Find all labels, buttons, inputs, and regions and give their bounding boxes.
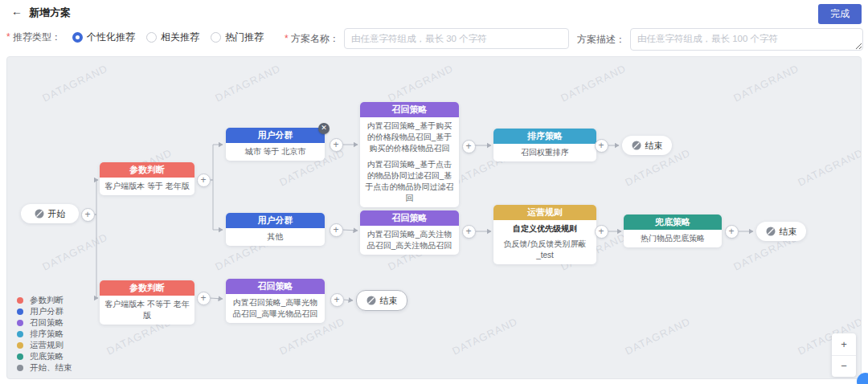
add-node-button[interactable]: + [595, 225, 608, 239]
node-param-judge-2[interactable]: 参数判断 客户端版本 不等于 老年版 [100, 280, 194, 325]
add-node-button[interactable]: + [725, 225, 739, 239]
add-node-button[interactable]: + [330, 223, 343, 237]
node-recall-strategy-3[interactable]: 召回策略 内置召回策略_高曝光物品召回_高曝光物品召回 [226, 279, 325, 323]
end-node-1[interactable]: 结束 [622, 136, 672, 155]
legend-label: 开始、结束 [30, 362, 72, 374]
node-title: 用户分群 [226, 128, 325, 143]
legend-item: 兜底策略 [17, 351, 72, 362]
end-node-label: 结束 [780, 226, 797, 238]
plan-name-input[interactable] [344, 28, 569, 49]
legend-label: 兜底策略 [30, 351, 63, 362]
node-title: 召回策略 [360, 210, 459, 226]
end-node-label: 结束 [380, 295, 398, 307]
plan-desc-label: 方案描述： [577, 33, 625, 47]
add-node-button[interactable]: + [330, 293, 344, 307]
radio-label: 个性化推荐 [87, 31, 135, 44]
node-title: 召回策略 [226, 279, 325, 294]
node-user-segment-2[interactable]: 用户分群 其他 [226, 213, 325, 246]
done-button[interactable]: 完成 [818, 4, 862, 24]
node-body-line: 内置召回策略_基于购买的价格段物品召回_基于购买的价格段物品召回 [364, 121, 455, 154]
legend-label: 用户分群 [30, 306, 63, 317]
node-title: 召回策略 [360, 102, 459, 117]
end-icon [766, 227, 776, 236]
legend-dot [17, 365, 23, 371]
node-body: 内置召回策略_高曝光物品召回_高曝光物品召回 [226, 294, 325, 323]
node-recall-strategy-1[interactable]: 召回策略 内置召回策略_基于购买的价格段物品召回_基于购买的价格段物品召回 内置… [360, 102, 459, 207]
legend-item: 开始、结束 [17, 362, 72, 374]
radio-label: 热门推荐 [225, 31, 264, 44]
edge [210, 145, 223, 180]
add-node-button[interactable]: + [462, 225, 476, 239]
radio-unselected-icon[interactable] [146, 32, 157, 43]
end-node-2[interactable]: 结束 [756, 222, 806, 241]
radio-hot[interactable]: 热门推荐 [211, 31, 264, 44]
edge [343, 300, 353, 300]
node-body: 热门物品兜底策略 [624, 230, 722, 247]
back-arrow-icon[interactable]: ← [11, 5, 23, 18]
node-body: 其他 [226, 228, 325, 246]
end-icon [366, 296, 376, 305]
canvas-zoom-controls: + − [832, 333, 856, 377]
zoom-out-button[interactable]: − [832, 356, 856, 378]
radio-related[interactable]: 相关推荐 [146, 31, 199, 44]
node-body: 客户端版本 等于 老年版 [100, 178, 194, 195]
recommend-type-label: 推荐类型： [6, 31, 61, 44]
legend-dot [17, 320, 23, 326]
page-header: ← 新增方案 完成 [0, 0, 868, 22]
radio-unselected-icon[interactable] [211, 32, 221, 43]
radio-personalized[interactable]: 个性化推荐 [72, 31, 135, 44]
node-title: 兜底策略 [624, 214, 722, 230]
plan-form: 推荐类型： 个性化推荐 相关推荐 热门推荐 方案名称： 方案描述： [0, 24, 868, 51]
plan-desc-field: 方案描述： [577, 28, 863, 51]
zoom-in-button[interactable]: + [832, 333, 856, 356]
edge [94, 180, 98, 214]
legend-dot [17, 308, 23, 315]
remove-node-button[interactable]: ✕ [318, 123, 330, 134]
add-node-button[interactable]: + [330, 138, 343, 152]
node-rank-strategy[interactable]: 排序策略 召回权重排序 [493, 129, 596, 161]
end-node-3[interactable]: 结束 [356, 290, 407, 311]
node-title: 排序策略 [493, 129, 596, 144]
add-node-button[interactable]: + [197, 174, 211, 187]
legend-label: 排序策略 [30, 329, 63, 340]
radio-selected-icon[interactable] [72, 32, 83, 43]
start-icon [35, 209, 44, 219]
node-title: 用户分群 [226, 213, 325, 228]
start-node[interactable]: 开始 [21, 204, 79, 223]
node-param-judge-1[interactable]: 参数判断 客户端版本 等于 老年版 [100, 162, 194, 195]
node-body: 内置召回策略_高关注物品召回_高关注物品召回 [360, 226, 459, 255]
add-node-button[interactable]: + [197, 292, 211, 305]
legend-item: 用户分群 [17, 306, 72, 317]
legend-label: 召回策略 [30, 317, 63, 329]
edge [94, 214, 98, 298]
node-body-line: 内置召回策略_基于点击的物品协同过滤召回_基于点击的物品协同过滤召回 [364, 159, 455, 204]
add-node-button[interactable]: + [595, 139, 608, 153]
node-fallback-strategy[interactable]: 兜底策略 热门物品兜底策略 [624, 214, 722, 247]
recommend-type-group: 推荐类型： 个性化推荐 相关推荐 热门推荐 [6, 31, 264, 44]
edge [210, 180, 223, 230]
new-plan-page: ← 新增方案 完成 推荐类型： 个性化推荐 相关推荐 热门推荐 方案名称： 方 [0, 0, 868, 384]
node-recall-strategy-2[interactable]: 召回策略 内置召回策略_高关注物品召回_高关注物品召回 [360, 210, 459, 255]
start-node-label: 开始 [48, 208, 66, 220]
legend-item: 参数判断 [17, 295, 72, 306]
node-user-segment-1[interactable]: ✕ 用户分群 城市 等于 北京市 [226, 128, 325, 161]
add-node-button[interactable]: + [81, 208, 95, 222]
node-operation-rule[interactable]: 运营规则 自定义优先级规则 负反馈/负反馈类别屏蔽_test [493, 205, 596, 264]
add-node-button[interactable]: + [462, 140, 476, 153]
legend-label: 参数判断 [30, 295, 63, 306]
page-title: 新增方案 [29, 6, 71, 20]
node-body: 城市 等于 北京市 [226, 143, 325, 161]
legend-dot [17, 342, 23, 349]
node-type-legend: 参数判断 用户分群 召回策略 排序策略 运营规则 兜底策略 [17, 295, 72, 374]
flow-canvas[interactable]: DATAGRANDDATAGRANDDATAGRANDDATAGRANDDATA… [6, 56, 862, 379]
legend-item: 排序策略 [17, 329, 72, 340]
radio-label: 相关推荐 [161, 31, 199, 44]
plan-name-label: 方案名称： [285, 32, 339, 46]
plan-desc-input[interactable] [630, 28, 863, 51]
node-title: 运营规则 [493, 205, 596, 220]
legend-dot [17, 353, 23, 360]
edge [342, 230, 358, 231]
end-icon [632, 141, 641, 150]
end-node-label: 结束 [645, 140, 663, 152]
legend-dot [17, 331, 23, 337]
